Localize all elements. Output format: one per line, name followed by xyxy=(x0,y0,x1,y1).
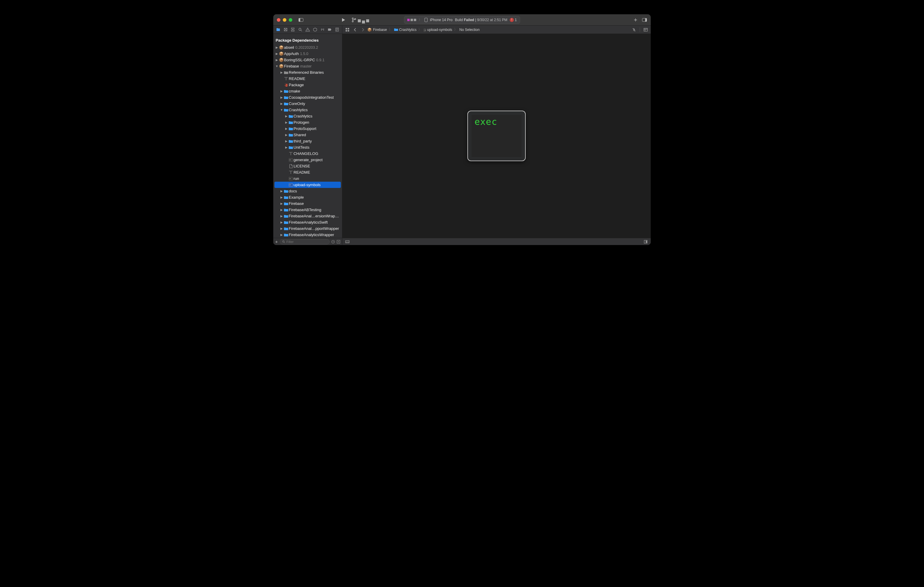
test-navigator-tab[interactable] xyxy=(311,26,319,33)
svg-rect-9 xyxy=(291,30,294,31)
crumb-selection[interactable]: No Selection xyxy=(459,28,480,32)
forward-button[interactable] xyxy=(360,28,366,31)
shell-icon xyxy=(288,183,294,187)
chevron-right-icon: 〉 xyxy=(419,17,422,22)
disclosure-right-icon[interactable]: ▶ xyxy=(275,46,279,49)
package-icon: 📦 xyxy=(279,64,284,68)
source-control-navigator-tab[interactable] xyxy=(282,26,289,33)
disclosure-down-icon[interactable]: ▼ xyxy=(275,64,279,68)
disclosure-right-icon[interactable]: ▶ xyxy=(275,58,279,62)
package-appauth[interactable]: ▶ 📦 AppAuth 1.5.0 xyxy=(273,51,342,57)
folder-icon xyxy=(284,220,289,224)
folder-crashlytics-inner[interactable]: ▶Crashlytics xyxy=(273,113,342,119)
file-package[interactable]: ▶Package xyxy=(273,82,342,88)
exec-terminal-icon: exec xyxy=(472,115,521,157)
crumb-package[interactable]: 📦Firebase xyxy=(367,28,387,32)
folder-firebase-inner[interactable]: ▶Firebase xyxy=(273,201,342,207)
folder-icon xyxy=(394,28,398,31)
folder-icon xyxy=(284,71,289,74)
folder-icon xyxy=(284,214,289,218)
related-items-button[interactable] xyxy=(344,28,351,32)
file-readme[interactable]: ▶README xyxy=(273,76,342,82)
svg-rect-1 xyxy=(299,18,300,21)
folder-unittests[interactable]: ▶UnitTests xyxy=(273,144,342,150)
package-boringssl[interactable]: ▶ 📦 BoringSSL-GRPC 0.9.1 xyxy=(273,57,342,63)
file-changelog[interactable]: ▶CHANGELOG xyxy=(273,150,342,157)
status-dots-icon xyxy=(407,19,416,21)
zoom-window-button[interactable] xyxy=(289,18,292,22)
navigator-selector xyxy=(273,26,342,34)
filter-field[interactable] xyxy=(280,239,330,245)
folder-protogen[interactable]: ▶Protogen xyxy=(273,119,342,125)
file-run[interactable]: ▶run xyxy=(273,176,342,182)
find-navigator-tab[interactable] xyxy=(297,26,304,33)
editor-options-button[interactable] xyxy=(642,28,649,31)
toggle-minimap-button[interactable] xyxy=(642,240,649,243)
folder-coreonly[interactable]: ▶CoreOnly xyxy=(273,100,342,107)
add-file-button[interactable]: + xyxy=(275,239,278,244)
folder-icon xyxy=(284,208,289,212)
folder-icon xyxy=(284,227,289,230)
folder-fanal-supp[interactable]: ▶FirebaseAnal…pportWrapper xyxy=(273,225,342,232)
package-firebase[interactable]: ▼ 📦 Firebase master xyxy=(273,63,342,69)
issue-navigator-tab[interactable] xyxy=(304,26,311,33)
folder-icon xyxy=(284,96,289,99)
folder-shared[interactable]: ▶Shared xyxy=(273,132,342,138)
add-button[interactable] xyxy=(632,16,639,24)
navigator-content[interactable]: Package Dependencies ▶ 📦 abseil 0.202202… xyxy=(273,34,342,238)
scheme-selector[interactable] xyxy=(352,18,369,22)
folder-fanal-wrap[interactable]: ▶FirebaseAnalyticsWrapper xyxy=(273,232,342,238)
chevron-right-icon: 〉 xyxy=(454,27,457,32)
project-navigator-tab[interactable] xyxy=(274,26,282,33)
disclosure-down-icon[interactable]: ▼ xyxy=(280,108,284,112)
svg-point-2 xyxy=(352,18,353,19)
folder-protosupport[interactable]: ▶ProtoSupport xyxy=(273,125,342,132)
folder-fabtesting[interactable]: ▶FirebaseABTesting xyxy=(273,207,342,213)
file-readme-crash[interactable]: ▶README xyxy=(273,169,342,176)
svg-rect-8 xyxy=(291,28,294,29)
breakpoint-navigator-tab[interactable] xyxy=(326,26,333,33)
symbol-navigator-tab[interactable] xyxy=(289,26,297,33)
recent-files-button[interactable] xyxy=(331,239,335,244)
folder-cocoapods[interactable]: ▶CocoapodsIntegrationTest xyxy=(273,94,342,100)
navigator-footer: + xyxy=(273,238,342,245)
folder-example[interactable]: ▶Example xyxy=(273,194,342,201)
folder-icon xyxy=(288,121,294,124)
folder-thirdparty[interactable]: ▶third_party xyxy=(273,138,342,144)
editor-footer xyxy=(342,238,651,245)
folder-referenced-binaries[interactable]: ▶Referenced Binaries xyxy=(273,69,342,76)
svg-point-12 xyxy=(282,240,284,242)
disclosure-right-icon[interactable]: ▶ xyxy=(275,52,279,55)
minimize-window-button[interactable] xyxy=(283,18,286,22)
folder-icon xyxy=(284,196,289,199)
folder-cmake[interactable]: ▶cmake xyxy=(273,88,342,94)
crumb-folder[interactable]: Crashlytics xyxy=(394,28,417,32)
file-license[interactable]: ▶LICENSE xyxy=(273,163,342,169)
folder-icon xyxy=(288,146,294,149)
toggle-inspector-button[interactable] xyxy=(640,16,648,24)
folder-icon xyxy=(288,140,294,143)
book-icon xyxy=(288,152,294,156)
package-abseil[interactable]: ▶ 📦 abseil 0.20220203.2 xyxy=(273,44,342,51)
filter-input[interactable] xyxy=(286,240,327,243)
file-generate-project[interactable]: ▶generate_project xyxy=(273,157,342,163)
toggle-debug-area-button[interactable] xyxy=(344,240,351,243)
folder-crashlytics[interactable]: ▼Crashlytics xyxy=(273,107,342,113)
error-count-badge[interactable]: !1 xyxy=(510,18,517,22)
toggle-navigator-button[interactable] xyxy=(297,16,305,24)
activity-status[interactable]: 〉 iPhone 14 Pro Build Failed | 9/30/22 a… xyxy=(404,16,520,24)
run-button[interactable] xyxy=(339,16,347,24)
folder-docs[interactable]: ▶docs xyxy=(273,188,342,194)
close-window-button[interactable] xyxy=(277,18,280,22)
svg-rect-17 xyxy=(346,30,347,31)
crumb-file[interactable]: upload-symbols xyxy=(424,28,452,32)
folder-fanal-swift[interactable]: ▶FirebaseAnalyticsSwift xyxy=(273,219,342,225)
review-changes-button[interactable] xyxy=(631,28,637,31)
folder-fanal-ext[interactable]: ▶FirebaseAnal…ersionWrapper xyxy=(273,213,342,219)
back-button[interactable] xyxy=(352,28,358,31)
scm-filter-button[interactable] xyxy=(337,239,340,244)
file-upload-symbols[interactable]: ▶upload-symbols xyxy=(274,182,341,188)
report-navigator-tab[interactable] xyxy=(333,26,341,33)
debug-navigator-tab[interactable] xyxy=(319,26,326,33)
filter-icon xyxy=(282,240,285,243)
